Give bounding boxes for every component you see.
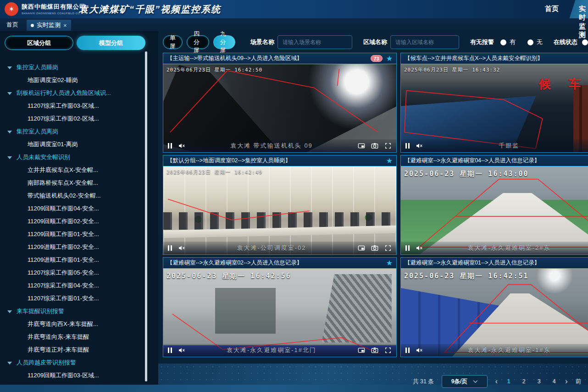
muted-speaker-icon[interactable] (416, 347, 423, 354)
record-icon[interactable] (358, 142, 365, 149)
fullscreen-icon[interactable] (384, 142, 392, 149)
radio-circle-icon[interactable] (527, 39, 533, 45)
video-frame[interactable]: 2025年06月23日 星期一 16:42:50 袁大滩 带式输送机机头 09 (163, 64, 396, 152)
radio-circle-icon[interactable] (582, 39, 588, 45)
tree-group-header[interactable]: 来车提醒识别报警 (0, 305, 145, 318)
tree-camera-item[interactable]: 11207综采工作面05-安全... (0, 266, 145, 279)
muted-speaker-icon[interactable] (416, 244, 423, 252)
pause-icon[interactable] (405, 348, 410, 353)
alarm-radio-option[interactable]: 有 (500, 38, 516, 46)
pause-icon[interactable] (168, 348, 172, 353)
video-controls-bar: 袁大滩 带式输送机机头 09 (163, 139, 396, 152)
next-page-button[interactable]: › (565, 377, 567, 386)
tree-camera-item[interactable]: 井底弯道正对-来车提醒 (0, 343, 145, 356)
tree-camera-item[interactable]: 南部路桥候车点X-安全帽... (0, 177, 145, 189)
page-number[interactable]: 1 (505, 378, 512, 385)
tree-camera-item[interactable]: 带式输送机机头02-安全帽... (0, 189, 145, 202)
muted-speaker-icon[interactable] (416, 142, 423, 149)
page-numbers: 1234 (505, 378, 557, 385)
radio-circle-icon[interactable] (500, 39, 506, 45)
pagination: 共 31 条 9条/页 ‹ 1234 › 前 (413, 375, 588, 388)
screen-split-button[interactable]: 九分屏 (213, 35, 236, 49)
tree-camera-item[interactable]: 地面调度室02-睡岗 (0, 74, 145, 87)
tab-region-group[interactable]: 区域分组 (5, 36, 73, 50)
pause-icon[interactable] (168, 245, 172, 251)
tree-group-header[interactable]: 刮板机运行时人员进入危险区域识... (0, 87, 145, 99)
tree-camera-item[interactable]: 井底弯道向东-来车提醒 (0, 331, 145, 343)
video-frame[interactable]: 2025-06-23 星期一 16:43:00 袁大滩-永久避难硐室-2#东 (401, 166, 588, 254)
record-icon[interactable] (358, 347, 365, 354)
screen-split-button[interactable]: 四分屏 (187, 35, 209, 49)
page-size-select[interactable]: 9条/页 (442, 375, 488, 388)
tree-camera-item[interactable]: 11207综采工作面04-安全... (0, 279, 145, 292)
video-title-bar: 【避难硐室-->永久避难硐室04-->人员进入信息记录】 ★ (401, 155, 588, 166)
screen-split-button[interactable]: 单屏 (163, 35, 183, 49)
record-icon[interactable] (358, 244, 365, 252)
camera-osd-label: 袁大滩-永久避难硐室-2#东 (429, 244, 588, 252)
nav-realtime-monitor[interactable]: 实时监测 (579, 5, 588, 39)
alarm-radio-option[interactable]: 无 (527, 38, 543, 46)
sidebar: 区域分组 模型分组 集控室人员睡岗地面调度室02-睡岗刮板机运行时人员进入危险区… (0, 31, 158, 392)
video-timestamp: 2025年06月23日 星期一 16:42:49 (166, 169, 262, 176)
tree-camera-item[interactable]: 11209回顺工作面01-安全... (0, 228, 145, 241)
muted-speaker-icon[interactable] (178, 142, 185, 149)
page-number[interactable]: 2 (521, 378, 527, 385)
tree-group-header[interactable]: 人员跨越皮带识别报警 (0, 356, 145, 369)
tree-camera-item[interactable]: 11209进顺工作面01-安全... (0, 254, 145, 266)
prev-page-button[interactable]: ‹ (495, 377, 498, 386)
area-name-input[interactable] (390, 35, 459, 49)
favorite-star-icon[interactable]: ★ (386, 157, 393, 165)
tree-camera-item[interactable]: 11209回顺工作面02-安全... (0, 215, 145, 228)
company-name: 陕西中能煤田有限公司 (22, 3, 88, 11)
tree-camera-item[interactable]: 11207综采工作面03-区域... (0, 99, 145, 112)
tree-camera-item[interactable]: 11209回顺工作面03-区域... (0, 369, 145, 382)
video-controls-bar: 袁大滩-永久避难硐室-2#东 (401, 242, 588, 254)
tree-camera-item[interactable]: 11209回顺工作面04-安全... (0, 202, 145, 215)
nav-home[interactable]: 首页 (545, 5, 559, 13)
model-tree: 集控室人员睡岗地面调度室02-睡岗刮板机运行时人员进入危险区域识...11207… (0, 61, 145, 392)
favorite-star-icon[interactable]: ★ (386, 259, 393, 267)
scene-name-input[interactable] (277, 35, 352, 49)
tree-camera-item[interactable]: 11207综采工作面01-安全... (0, 292, 145, 305)
tab-close-icon[interactable]: × (63, 22, 67, 29)
tree-group-header[interactable]: 集控室人员睡岗 (0, 61, 145, 74)
caret-down-icon (7, 92, 12, 95)
caret-down-icon (7, 362, 12, 364)
camera-snapshot-icon[interactable] (371, 347, 378, 354)
video-cell: 【主运输-->带式输送机机头09-->人员进入危险区域】 73 ★ 2025年0… (163, 53, 397, 153)
page-number[interactable]: 3 (536, 378, 542, 385)
camera-snapshot-icon[interactable] (371, 244, 378, 252)
muted-speaker-icon[interactable] (178, 347, 185, 354)
tab-home[interactable]: 首页 (6, 21, 18, 29)
tree-camera-item[interactable]: 11207综采工作面02-区域... (0, 112, 145, 125)
tab-realtime-monitor[interactable]: 实时监测 × (27, 20, 71, 31)
video-frame[interactable]: 2025-06-23 星期一 16:42:51 袁大滩-永久避难硐室-1#东 (401, 269, 588, 357)
online-status-radio[interactable] (582, 39, 588, 45)
tree-group-header[interactable]: 集控室人员离岗 (0, 125, 145, 138)
tree-camera-item[interactable]: 11209进顺工作面02-安全... (0, 241, 145, 254)
video-frame[interactable]: 2025年06月23日 星期一 16:43:32 候 车 千眼监 (401, 64, 588, 152)
video-frame[interactable]: 2025-06-23 星期一 16:42:56 袁大滩-永久避难硐室-1#北门 (163, 269, 396, 357)
tree-camera-item[interactable]: 立井井底候车点X-安全帽... (0, 164, 145, 177)
page-size-value: 9条/页 (451, 378, 467, 386)
pause-icon[interactable] (168, 143, 172, 149)
camera-osd-label: 袁大滩-公司调度室-02 (191, 244, 352, 252)
pause-icon[interactable] (405, 143, 410, 149)
muted-speaker-icon[interactable] (178, 244, 185, 252)
video-title: 【避难硐室-->永久避难硐室01-->人员进入信息记录】 (405, 259, 588, 267)
chevron-down-icon (473, 380, 478, 383)
camera-osd-label: 袁大滩-永久避难硐室-1#东 (429, 346, 588, 354)
video-frame[interactable]: 2025年06月23日 星期一 16:42:49 袁大滩-公司调度室-02 (163, 166, 396, 254)
tree-camera-item[interactable]: 井底弯道向西X-来车提醒... (0, 318, 145, 331)
pause-icon[interactable] (405, 245, 410, 251)
sidebar-scrollbar[interactable] (145, 51, 147, 381)
page-number[interactable]: 4 (551, 378, 557, 385)
tab-model-group[interactable]: 模型分组 (77, 36, 145, 50)
video-timestamp: 2025-06-23 星期一 16:43:00 (404, 170, 529, 178)
camera-snapshot-icon[interactable] (371, 142, 378, 149)
tree-camera-item[interactable]: 地面调度室01-离岗 (0, 138, 145, 151)
fullscreen-icon[interactable] (384, 347, 392, 354)
fullscreen-icon[interactable] (384, 244, 392, 252)
favorite-star-icon[interactable]: ★ (386, 55, 393, 62)
tree-group-header[interactable]: 人员未戴安全帽识别 (0, 151, 145, 164)
